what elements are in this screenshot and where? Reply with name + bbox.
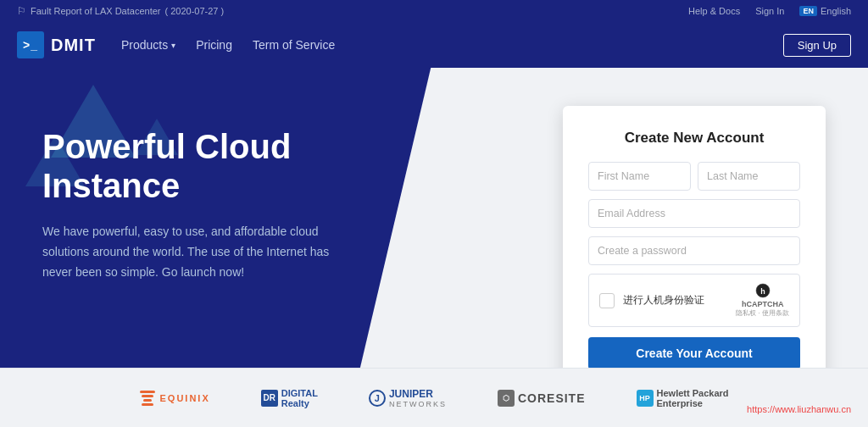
juniper-icon: J [369,390,386,407]
captcha-brand: h [755,283,771,300]
svg-text:h: h [760,287,765,296]
nav-links: Products ▾ Pricing Term of Service [121,38,335,52]
partner-hp: HP Hewlett Packard Enterprise [637,388,729,408]
signin-link[interactable]: Sign In [755,6,784,16]
juniper-label: JUNIPER [389,388,447,400]
captcha-checkbox[interactable] [599,293,615,308]
nav-tos[interactable]: Term of Service [253,38,335,52]
coresite-icon: ⬡ [498,390,515,407]
nav-left: >_ DMIT Products ▾ Pricing Term of Servi… [17,31,335,58]
captcha-right: h hCAPTCHA 隐私权 · 使用条款 [736,283,789,318]
announcement-left: ⚐ Fault Report of LAX Datacenter ( 2020-… [17,5,224,17]
hp-icon: HP [637,390,654,407]
form-title: Create New Account [588,130,800,147]
logo[interactable]: >_ DMIT [17,31,96,58]
email-group [588,199,800,228]
digital-realty-label: DIGITAL [281,388,318,398]
lang-flag: EN [799,6,817,16]
captcha-label: 进行人机身份验证 [623,293,704,308]
announcement-text: Fault Report of LAX Datacenter [31,6,160,16]
captcha-brand-text: hCAPTCHA [742,300,784,308]
juniper-text: JUNIPER NETWORKS [389,388,447,408]
realty-label: Realty [281,398,318,408]
products-chevron-icon: ▾ [171,41,175,50]
announcement-right: Help & Docs Sign In EN English [688,6,851,16]
hero-wrapper: Powerful Cloud Instance We have powerful… [0,68,868,427]
password-input[interactable] [588,236,800,265]
announcement-date: ( 2020-07-27 ) [164,6,224,16]
last-name-input[interactable] [698,162,800,191]
hero-text: Powerful Cloud Instance We have powerful… [42,102,364,282]
hp-text: Hewlett Packard Enterprise [657,388,729,408]
equinix-icon [140,391,155,406]
hp-label-1: Hewlett Packard [657,388,729,398]
signup-button[interactable]: Sign Up [783,34,851,57]
create-account-button[interactable]: Create Your Account [588,337,800,369]
nav-products[interactable]: Products ▾ [121,38,175,52]
partner-coresite: ⬡ CORESITE [498,390,586,407]
captcha-box[interactable]: 进行人机身份验证 h hCAPTCHA 隐私权 · 使用条款 [588,274,800,327]
partner-juniper: J JUNIPER NETWORKS [369,388,447,408]
hero-description: We have powerful, easy to use, and affor… [42,222,331,282]
captcha-left: 进行人机身份验证 [599,293,704,308]
announcement-bar: ⚐ Fault Report of LAX Datacenter ( 2020-… [0,0,868,22]
partners-bar: EQUINIX DR DIGITAL Realty J JUNIPER NETW… [0,368,868,427]
captcha-logo-icon: h [755,283,771,298]
fault-icon: ⚐ [17,5,26,17]
name-row [588,162,800,191]
nav-pricing[interactable]: Pricing [196,38,232,52]
nav-right: Sign Up [783,34,851,57]
watermark: https://www.liuzhanwu.cn [747,404,851,414]
logo-text: DMIT [51,36,96,55]
hero-title: Powerful Cloud Instance [42,127,364,205]
coresite-label: CORESITE [518,391,586,405]
captcha-sub-text: 隐私权 · 使用条款 [736,308,789,318]
partner-digital-realty: DR DIGITAL Realty [261,388,318,408]
equinix-label: EQUINIX [160,393,210,403]
email-input[interactable] [588,199,800,228]
logo-icon: >_ [17,31,44,58]
help-docs-link[interactable]: Help & Docs [688,6,740,16]
partner-equinix: EQUINIX [140,391,210,406]
password-group [588,236,800,265]
first-name-input[interactable] [588,162,691,191]
hp-label-2: Enterprise [657,398,729,408]
digital-realty-text: DIGITAL Realty [281,388,318,408]
lang-label: English [821,6,851,16]
digital-realty-icon: DR [261,390,278,407]
juniper-sub-label: NETWORKS [389,400,447,408]
navbar: >_ DMIT Products ▾ Pricing Term of Servi… [0,22,868,68]
